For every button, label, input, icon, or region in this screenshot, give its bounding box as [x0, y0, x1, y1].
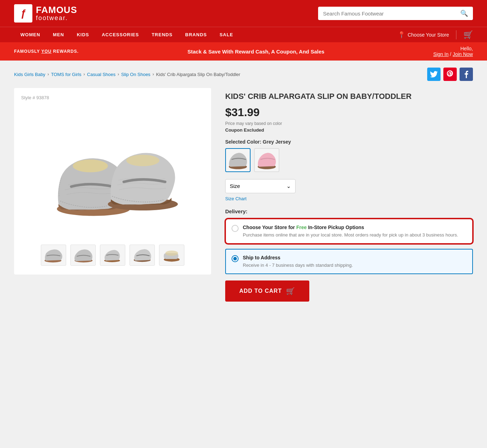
- cart-icon[interactable]: 🛒: [456, 30, 473, 39]
- color-label: Selected Color: Grey Jersey: [225, 139, 473, 145]
- delivery-label: Delivery:: [225, 208, 473, 214]
- breadcrumb-slip-on-shoes[interactable]: Slip On Shoes: [121, 72, 150, 77]
- ship-to-address-title: Ship to Address: [243, 255, 280, 260]
- rewards-you: YOU: [41, 49, 51, 54]
- breadcrumb-kids-girls-baby[interactable]: Kids Girls Baby: [14, 72, 45, 77]
- store-pickup-wrapper: Choose Your Store for Free In-Store Pick…: [225, 219, 473, 244]
- nav-right: 📍 Choose Your Store 🛒: [398, 30, 473, 39]
- nav-trends[interactable]: TRENDS: [145, 27, 179, 42]
- size-label: Size: [230, 183, 240, 189]
- radio-selected-dot: [233, 257, 237, 260]
- logo-text: FAMOUS footwear.: [36, 5, 77, 22]
- add-to-cart-label: ADD TO CART: [239, 288, 282, 294]
- free-label: Free: [296, 225, 307, 230]
- pinterest-share-button[interactable]: [443, 68, 457, 81]
- twitter-share-button[interactable]: [427, 68, 441, 81]
- rewards-text: FAMOUSLY: [14, 49, 41, 54]
- store-picker[interactable]: 📍 Choose Your Store: [398, 31, 449, 39]
- thumbnail-row: [21, 245, 204, 266]
- thumbnail-4[interactable]: [129, 245, 155, 266]
- rewards-suffix: REWARDS.: [51, 49, 78, 54]
- breadcrumb: Kids Girls Baby › TOMS for Girls › Casua…: [14, 72, 240, 77]
- hello-label: Hello,: [460, 46, 473, 51]
- price-note: Price may vary based on color: [225, 121, 473, 126]
- breadcrumb-casual-shoes[interactable]: Casual Shoes: [87, 72, 115, 77]
- nav-bar: WOMEN MEN KIDS ACCESSORIES TRENDS BRANDS…: [0, 27, 487, 42]
- color-swatch-pink[interactable]: [254, 148, 279, 172]
- size-chart-link[interactable]: Size Chart: [225, 196, 473, 201]
- facebook-share-button[interactable]: [460, 68, 473, 81]
- join-now-link[interactable]: Join Now: [453, 51, 473, 57]
- thumbnail-1[interactable]: [41, 245, 66, 266]
- nav-kids[interactable]: KIDS: [70, 27, 95, 42]
- breadcrumb-current: Kids' Crib Alpargata Slip On Baby/Toddle…: [156, 72, 240, 77]
- logo-famous: FAMOUS: [36, 5, 77, 15]
- svg-point-1: [73, 159, 108, 172]
- size-dropdown[interactable]: Size ⌄: [225, 179, 296, 193]
- social-icons: [427, 68, 473, 81]
- thumbnail-2[interactable]: [70, 245, 96, 266]
- logo-box: ƒ: [14, 4, 32, 23]
- thumbnail-5[interactable]: [159, 245, 184, 266]
- store-pickup-title: Choose Your Store for Free In-Store Pick…: [243, 225, 364, 230]
- rewards-brand-label: FAMOUSLY YOU REWARDS.: [14, 49, 79, 54]
- nav-men[interactable]: MEN: [46, 27, 70, 42]
- rewards-account: Hello, Sign In / Join Now: [433, 46, 473, 57]
- store-pickup-text: Choose Your Store for Free In-Store Pick…: [243, 224, 458, 238]
- search-icon[interactable]: 🔍: [460, 10, 468, 17]
- breadcrumb-toms-for-girls[interactable]: TOMS for Girls: [51, 72, 81, 77]
- logo-icon: ƒ: [20, 8, 26, 19]
- main-product-image: [21, 104, 204, 238]
- store-pickup-desc: Purchase items online that are in your l…: [243, 232, 458, 238]
- add-to-cart-button[interactable]: ADD TO CART 🛒: [225, 280, 309, 302]
- search-bar[interactable]: 🔍: [318, 7, 473, 20]
- ship-to-address-text: Ship to Address Receive in 4 - 7 busines…: [243, 254, 353, 269]
- ship-to-address-desc: Receive in 4 - 7 business days with stan…: [243, 262, 353, 269]
- store-pickup-option[interactable]: Choose Your Store for Free In-Store Pick…: [225, 219, 473, 244]
- product-price: $31.99: [225, 106, 473, 119]
- image-panel: Style # 93878: [14, 88, 211, 275]
- search-input[interactable]: [323, 11, 460, 17]
- logo-area: ƒ FAMOUS footwear.: [14, 4, 77, 23]
- nav-accessories[interactable]: ACCESSORIES: [95, 27, 145, 42]
- product-area: Style # 93878: [14, 88, 473, 302]
- rewards-bar: FAMOUSLY YOU REWARDS. Stack & Save With …: [0, 42, 487, 61]
- main-content: Kids Girls Baby › TOMS for Girls › Casua…: [0, 61, 487, 309]
- nav-women[interactable]: WOMEN: [14, 27, 46, 42]
- ship-to-address-radio[interactable]: [232, 255, 239, 262]
- breadcrumb-row: Kids Girls Baby › TOMS for Girls › Casua…: [14, 68, 473, 81]
- product-title: KIDS' CRIB ALPARGATA SLIP ON BABY/TODDLE…: [225, 92, 473, 102]
- thumbnail-3[interactable]: [100, 245, 125, 266]
- store-label: Choose Your Store: [407, 32, 449, 38]
- nav-brands[interactable]: BRANDS: [179, 27, 213, 42]
- chevron-down-icon: ⌄: [286, 183, 291, 189]
- breadcrumb-sep-3: ›: [118, 72, 119, 77]
- shoe-illustration: [46, 121, 179, 220]
- logo-footwear: footwear.: [36, 15, 77, 22]
- sign-in-link[interactable]: Sign In: [433, 51, 449, 57]
- svg-point-3: [126, 155, 159, 166]
- nav-sale[interactable]: SALE: [213, 27, 240, 42]
- location-icon: 📍: [398, 31, 405, 39]
- header-top: ƒ FAMOUS footwear. 🔍: [0, 0, 487, 27]
- svg-point-10: [165, 251, 178, 256]
- style-number: Style # 93878: [21, 95, 204, 100]
- nav-links: WOMEN MEN KIDS ACCESSORIES TRENDS BRANDS…: [14, 27, 240, 42]
- color-swatches: [225, 148, 473, 172]
- coupon-excluded: Coupon Excluded: [225, 127, 473, 133]
- product-details: KIDS' CRIB ALPARGATA SLIP ON BABY/TODDLE…: [225, 88, 473, 302]
- breadcrumb-sep-4: ›: [152, 72, 154, 77]
- breadcrumb-sep-1: ›: [48, 72, 49, 77]
- ship-to-address-option[interactable]: Ship to Address Receive in 4 - 7 busines…: [225, 249, 473, 274]
- color-swatch-grey[interactable]: [225, 148, 251, 172]
- rewards-promo: Stack & Save With Reward Cash, A Coupon,…: [188, 49, 324, 55]
- breadcrumb-sep-2: ›: [83, 72, 85, 77]
- cart-button-icon: 🛒: [286, 287, 295, 295]
- store-pickup-radio[interactable]: [232, 225, 239, 232]
